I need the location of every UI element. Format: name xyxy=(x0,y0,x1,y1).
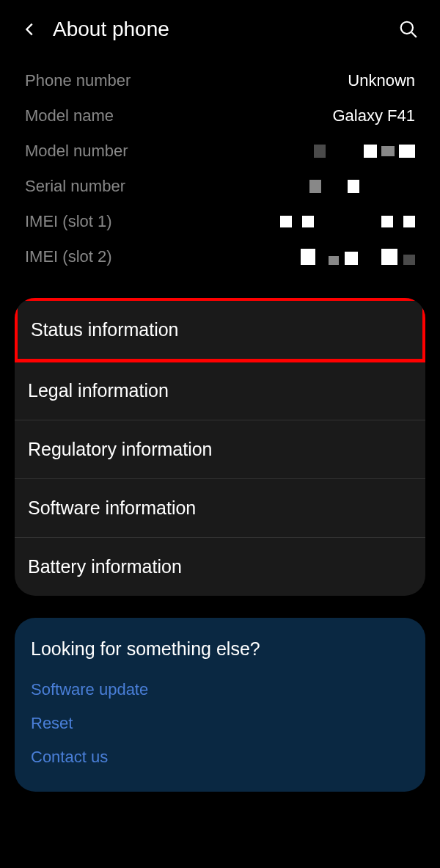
model-name-value: Galaxy F41 xyxy=(333,106,416,125)
menu-card: Status information Legal information Reg… xyxy=(15,298,425,596)
menu-item-software[interactable]: Software information xyxy=(15,479,425,538)
menu-item-battery[interactable]: Battery information xyxy=(15,538,425,596)
imei2-redacted xyxy=(274,249,415,265)
info-row-phone-number: Phone number Unknown xyxy=(25,63,415,98)
page-title: About phone xyxy=(53,18,169,41)
model-number-redacted xyxy=(314,145,415,158)
menu-item-software-label: Software information xyxy=(28,497,196,518)
link-reset[interactable]: Reset xyxy=(31,707,409,740)
menu-item-regulatory[interactable]: Regulatory information xyxy=(15,420,425,479)
info-section: Phone number Unknown Model name Galaxy F… xyxy=(0,56,440,289)
header: About phone xyxy=(0,0,440,56)
menu-item-battery-label: Battery information xyxy=(28,556,182,577)
menu-item-regulatory-label: Regulatory information xyxy=(28,439,213,459)
svg-point-0 xyxy=(401,22,413,34)
menu-item-status[interactable]: Status information xyxy=(15,298,425,362)
phone-number-label: Phone number xyxy=(25,71,131,90)
imei1-label: IMEI (slot 1) xyxy=(25,212,112,231)
info-row-model-number: Model number xyxy=(25,134,415,169)
menu-item-legal[interactable]: Legal information xyxy=(15,362,425,420)
menu-item-status-label: Status information xyxy=(31,319,179,340)
svg-line-1 xyxy=(411,32,417,37)
link-software-update[interactable]: Software update xyxy=(31,673,409,707)
imei2-label: IMEI (slot 2) xyxy=(25,247,112,266)
menu-item-legal-label: Legal information xyxy=(28,380,169,401)
search-icon[interactable] xyxy=(399,20,418,39)
model-name-label: Model name xyxy=(25,106,114,125)
model-number-label: Model number xyxy=(25,142,128,161)
info-row-serial-number: Serial number xyxy=(25,169,415,204)
suggestion-title: Looking for something else? xyxy=(31,638,409,660)
phone-number-value: Unknown xyxy=(348,71,415,90)
serial-number-redacted xyxy=(309,180,415,193)
info-row-model-name: Model name Galaxy F41 xyxy=(25,98,415,134)
imei1-redacted xyxy=(280,216,415,227)
serial-number-label: Serial number xyxy=(25,177,125,196)
suggestion-card: Looking for something else? Software upd… xyxy=(15,618,425,792)
info-row-imei2: IMEI (slot 2) xyxy=(25,239,415,274)
info-row-imei1: IMEI (slot 1) xyxy=(25,204,415,239)
link-contact-us[interactable]: Contact us xyxy=(31,740,409,774)
back-icon[interactable] xyxy=(22,21,38,37)
header-left: About phone xyxy=(22,18,169,41)
